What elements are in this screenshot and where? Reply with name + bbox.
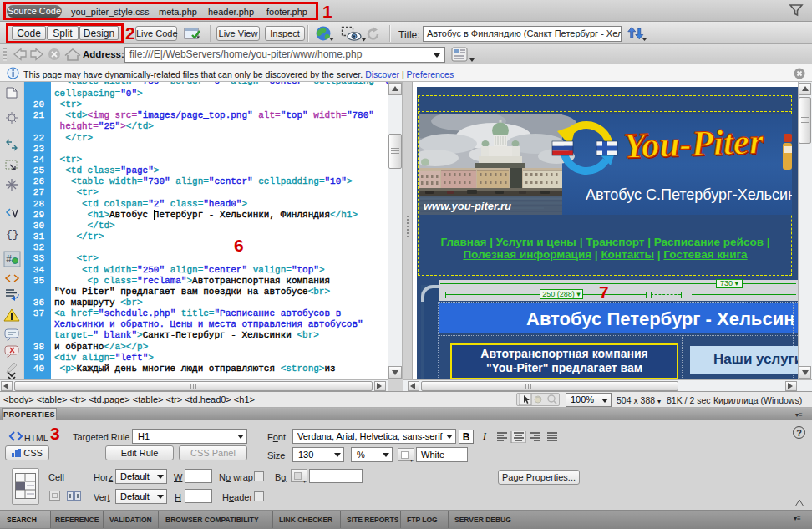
svg-text:#: #: [6, 254, 12, 266]
svg-text:Автобус С.Петербург-Хельсинки: Автобус С.Петербург-Хельсинки: [586, 186, 792, 203]
svg-text:{}: {}: [6, 228, 19, 241]
svg-text:You-Piter: You-Piter: [623, 121, 765, 165]
svg-text:www.you-piter.ru: www.you-piter.ru: [424, 200, 511, 212]
